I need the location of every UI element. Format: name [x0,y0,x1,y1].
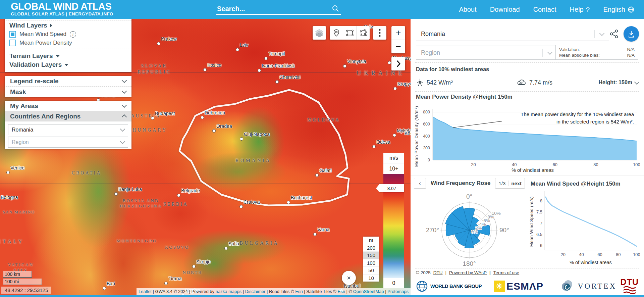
bottom-accent-strip [0,295,644,297]
city-label: Bucharest [291,195,312,200]
top-header: GLOBAL WIND ATLAS GLOBAL SOLAR ATLAS | E… [0,0,644,19]
svg-text:7: 7 [540,221,542,226]
checkbox-checked-icon[interactable] [9,31,16,38]
city-label: Oradea [216,123,232,129]
sidebar-country-select[interactable]: Romania [416,27,609,41]
attribution-link[interactable]: OpenStreetMap [353,289,384,294]
scale-bar-mi: 100 mi [3,279,42,285]
country-label: MONTENEGRO [117,238,157,244]
city-marker [151,116,154,120]
esmap-logo[interactable]: ✳ ESMΛP [494,281,543,292]
expand-sidebar-button[interactable] [391,57,405,70]
mean-wind-speed-checkbox-row[interactable]: Mean Wind Speed i [5,30,131,39]
city-label: Chernivtsi [279,75,300,80]
wind-layers-toggle[interactable]: Wind Layers [9,22,127,29]
dtu-logo[interactable]: DTU [621,278,639,294]
marker-tool-button[interactable] [330,26,343,40]
svg-text:100: 100 [633,252,640,257]
attribution-link[interactable]: Disclaimer [245,289,266,294]
svg-text:Mean Power Density (W/m²): Mean Power Density (W/m²) [414,106,419,167]
chevron-left-icon: ‹ [419,180,421,187]
nav-download[interactable]: Download [490,6,520,13]
svg-text:600: 600 [423,122,430,127]
attribution-link[interactable]: Protomaps [387,289,409,294]
terrain-layers-toggle[interactable]: Terrain Layers [9,52,127,60]
graticule-line [0,184,411,184]
city-label: Varna [317,227,329,232]
rose-page-indicator: 1/3 [498,181,505,186]
world-bank-logo[interactable]: WORLD BANK GROUP [416,280,482,292]
panel-country-select[interactable]: Romania [8,124,128,135]
world-bank-globe-icon [416,280,428,292]
height-option-200[interactable]: 200 [363,244,379,252]
country-label: SLOVAK REPUBLIC [138,63,171,75]
nav-about[interactable]: About [459,6,476,13]
nav-contact[interactable]: Contact [533,6,556,13]
info-icon[interactable]: i [70,31,76,38]
chevron-down-icon [122,89,127,94]
height-option-10[interactable]: 10 [363,274,379,282]
height-option-50[interactable]: 50 [363,266,379,274]
download-report-button[interactable] [624,26,639,42]
checkbox-unchecked-icon[interactable] [9,40,16,46]
legend-min[interactable]: 0 [383,278,404,288]
rose-prev-button[interactable]: ‹ [414,178,426,189]
sidebar-region-select[interactable]: Region [416,46,557,60]
validation-layers-toggle[interactable]: Validation Layers [9,61,127,68]
vortex-logo[interactable]: VORTEX [561,279,616,293]
country-label: HUNGARY [132,127,167,133]
areas-panel: My Areas Countries And Regions Romania R… [5,101,131,149]
legend-max[interactable]: 10+ [383,163,404,174]
wasp-link[interactable]: Powered by WAsP [449,270,487,275]
svg-text:6.5: 6.5 [536,232,542,237]
zoom-in-button[interactable]: + [391,26,405,40]
country-label: UKRAINE [357,69,405,77]
more-options-button[interactable] [373,26,386,40]
polygon-tool-button[interactable] [356,26,370,40]
dtu-link[interactable]: DTU [433,270,443,275]
svg-text:0: 0 [428,158,430,162]
wind-speed-chart-title: Mean Wind Speed @Height 150m [531,181,621,187]
esmap-icon: ✳ [494,281,505,292]
city-label: Craiova [244,199,260,205]
mean-power-density-checkbox-row[interactable]: Mean Power Density [5,39,131,47]
my-areas-row[interactable]: My Areas [5,101,131,111]
city-marker [236,48,239,51]
brand[interactable]: GLOBAL WIND ATLAS GLOBAL SOLAR ATLAS | E… [11,1,113,16]
city-marker [164,282,168,285]
height-dropdown[interactable]: Height: 150m [599,80,639,86]
city-marker [103,287,106,290]
nav-language[interactable]: English [603,6,635,13]
layers-button[interactable] [313,26,326,40]
countries-and-regions-row[interactable]: Countries And Regions [5,111,131,121]
height-option-100[interactable]: 100 [363,259,379,267]
rectangle-tool-button[interactable] [343,26,356,40]
city-label: Galati [319,168,332,173]
mask-row[interactable]: Mask [5,87,131,97]
height-option-150[interactable]: 150 [363,251,379,259]
city-marker [192,265,196,268]
svg-text:% of windiest areas: % of windiest areas [512,167,554,173]
app-subtitle: GLOBAL SOLAR ATLAS | ENERGYDATA.INFO [11,11,113,16]
search-icon[interactable] [332,5,339,12]
svg-text:in the selected region is 542: in the selected region is 542 W/m². [556,119,634,125]
terms-link[interactable]: Terms of use [493,270,519,275]
city-label: Budapest [155,111,175,116]
share-button[interactable] [609,29,619,40]
nav-help[interactable]: Help? [570,6,590,14]
city-label: Venice [10,165,24,170]
close-selection-button[interactable]: × [342,271,356,285]
attribution-link[interactable]: Esri [338,289,345,294]
wind-turbine-icon [416,78,424,87]
legend-rescale-row[interactable]: Legend re-scale [5,76,131,86]
country-label: SAN MARINO [3,210,35,215]
attribution-link[interactable]: Leaflet [139,289,152,294]
validation-label: Validation: [559,47,580,52]
zoom-out-button[interactable]: − [391,40,405,53]
country-label: ROMANIA [235,157,271,164]
attribution-link[interactable]: Esri [295,289,303,294]
panel-region-select[interactable]: Region [8,137,128,148]
attribution-link[interactable]: nazka mapps [216,289,241,294]
rose-next-button[interactable]: 1/3 next [495,178,525,189]
search-input[interactable] [216,3,341,15]
